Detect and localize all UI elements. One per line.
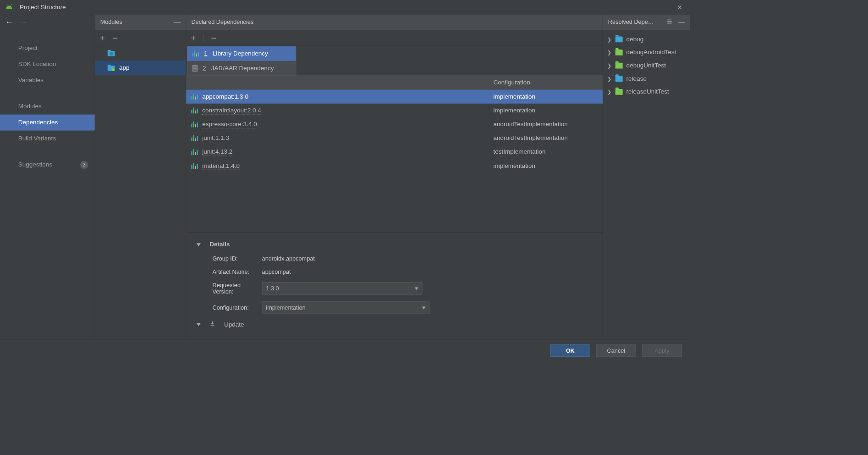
window-title: Project Structure: [20, 4, 66, 11]
tree-item-label: releaseUnitTest: [626, 88, 669, 95]
resolved-panel: ❯debug❯debugAndroidTest❯debugUnitTest❯re…: [603, 30, 690, 339]
svg-rect-5: [111, 52, 112, 53]
chevron-right-icon: ❯: [607, 76, 612, 82]
menu-shortcut: 1: [204, 50, 208, 57]
download-icon: [209, 321, 215, 328]
dependency-row[interactable]: junit:1.1.3androidTestImplementation: [186, 131, 603, 145]
modules-header-label: Modules: [100, 19, 122, 25]
add-menu-item[interactable]: 2JAR/AAR Dependency: [187, 61, 296, 76]
collapse-details-icon[interactable]: [197, 243, 201, 246]
library-icon: [192, 51, 199, 57]
sidebar-item-label: SDK Location: [18, 61, 56, 68]
remove-dependency-button[interactable]: −: [211, 33, 216, 43]
sidebar-item-suggestions[interactable]: Suggestions3: [0, 157, 95, 173]
dependency-row[interactable]: espresso-core:3.4.0androidTestImplementa…: [186, 117, 603, 131]
apply-button[interactable]: Apply: [642, 344, 682, 357]
dependency-row[interactable]: appcompat:1.3.0implementation: [186, 90, 603, 104]
tree-item-label: release: [626, 75, 647, 83]
add-menu-item[interactable]: 1Library Dependency: [187, 46, 296, 61]
resolved-tree-item[interactable]: ❯release: [603, 72, 690, 85]
add-dependency-menu: 1Library Dependency2JAR/AAR Dependency: [187, 46, 297, 76]
minimize-resolved-icon[interactable]: —: [678, 18, 685, 26]
titlebar: Project Structure ✕: [0, 0, 690, 15]
configuration-label: Configuration:: [197, 305, 262, 311]
group-id-label: Group ID:: [197, 255, 262, 262]
dependency-name: espresso-core:3.4.0: [202, 121, 257, 128]
dependency-configuration: implementation: [489, 107, 602, 114]
dependency-name: junit:1.1.3: [202, 134, 229, 142]
sidebar-item-label: Variables: [18, 77, 44, 84]
library-icon: [191, 135, 198, 141]
library-icon: [191, 122, 198, 128]
android-module-icon: [108, 65, 115, 71]
add-module-button[interactable]: +: [99, 33, 105, 43]
sidebar-item-label: Suggestions: [18, 161, 52, 168]
resolved-header-label: Resolved Depe…: [608, 19, 654, 25]
module-item[interactable]: [95, 46, 186, 61]
chevron-right-icon: ❯: [607, 89, 612, 95]
dependency-name: junit:4.13.2: [202, 148, 232, 156]
chevron-right-icon: ❯: [607, 50, 612, 55]
declared-header-label: Declared Dependencies: [191, 19, 253, 25]
module-item[interactable]: app: [95, 61, 186, 75]
svg-rect-6: [110, 54, 110, 55]
sidebar-item-modules[interactable]: Modules: [0, 99, 95, 115]
tree-item-label: debug: [626, 36, 644, 43]
library-icon: [191, 149, 198, 155]
jar-icon: [192, 65, 198, 72]
nav-back-button[interactable]: ←: [5, 17, 13, 27]
minimize-modules-icon[interactable]: —: [173, 18, 181, 26]
dependency-name: appcompat:1.3.0: [202, 93, 248, 100]
dependency-row[interactable]: junit:4.13.2testImplementation: [186, 145, 603, 159]
requested-version-label: Requested Version:: [197, 282, 262, 295]
requested-version-select[interactable]: 1.3.0: [262, 282, 423, 294]
sidebar-item-label: Project: [18, 44, 38, 52]
add-dependency-button[interactable]: +: [191, 33, 196, 43]
chevron-right-icon: ❯: [607, 37, 612, 43]
dependency-row[interactable]: constraintlayout:2.0.4implementation: [186, 104, 603, 117]
svg-rect-4: [110, 52, 110, 53]
svg-rect-2: [108, 51, 115, 56]
sidebar-item-dependencies[interactable]: Dependencies: [0, 115, 95, 131]
sidebar-item-sdk-location[interactable]: SDK Location: [0, 56, 95, 72]
cancel-button[interactable]: Cancel: [596, 344, 636, 357]
tree-item-label: debugUnitTest: [626, 62, 666, 69]
configuration-value: implementation: [266, 305, 305, 311]
resolved-tree-item[interactable]: ❯debugUnitTest: [603, 59, 690, 72]
sidebar-item-build-variants[interactable]: Build Variants: [0, 131, 95, 147]
svg-rect-7: [111, 54, 112, 55]
dependency-row[interactable]: material:1.4.0implementation: [186, 159, 603, 173]
svg-point-1: [10, 7, 10, 7]
collapse-update-icon[interactable]: [197, 323, 201, 326]
sidebar-item-project[interactable]: Project: [0, 40, 95, 56]
chevron-down-icon: [422, 306, 426, 309]
tree-item-label: debugAndroidTest: [626, 49, 676, 56]
resolved-panel-header: Resolved Depe… —: [603, 15, 690, 30]
resolved-tree-item[interactable]: ❯debug: [603, 33, 690, 46]
remove-module-button[interactable]: −: [112, 33, 118, 43]
details-title: Details: [209, 241, 230, 248]
group-id-value: androidx.appcompat: [262, 255, 315, 262]
details-section: Details Group ID: androidx.appcompat Art…: [186, 233, 603, 339]
configuration-select[interactable]: implementation: [262, 301, 430, 314]
android-icon: [5, 3, 13, 12]
dependency-name: constraintlayout:2.0.4: [202, 107, 261, 115]
sidebar: ProjectSDK LocationVariablesModulesDepen…: [0, 30, 95, 339]
modules-panel: + − app: [95, 30, 186, 339]
sidebar-item-variables[interactable]: Variables: [0, 72, 95, 88]
folder-icon: [615, 50, 623, 55]
dependency-configuration: androidTestImplementation: [489, 121, 602, 128]
nav-forward-button: →: [20, 17, 27, 27]
resolved-tree-item[interactable]: ❯debugAndroidTest: [603, 46, 690, 59]
svg-point-10: [112, 68, 115, 71]
dependency-configuration: implementation: [489, 93, 602, 100]
ok-button[interactable]: OK: [550, 344, 590, 357]
resolved-settings-icon[interactable]: [666, 18, 672, 26]
resolved-tree-item[interactable]: ❯releaseUnitTest: [603, 85, 690, 99]
artifact-name-label: Artifact Name:: [197, 269, 262, 275]
menu-label: Library Dependency: [213, 50, 268, 57]
chevron-right-icon: ❯: [607, 63, 612, 69]
close-icon[interactable]: ✕: [674, 2, 685, 12]
requested-version-value: 1.3.0: [266, 285, 279, 292]
sidebar-item-label: Build Variants: [18, 135, 56, 142]
